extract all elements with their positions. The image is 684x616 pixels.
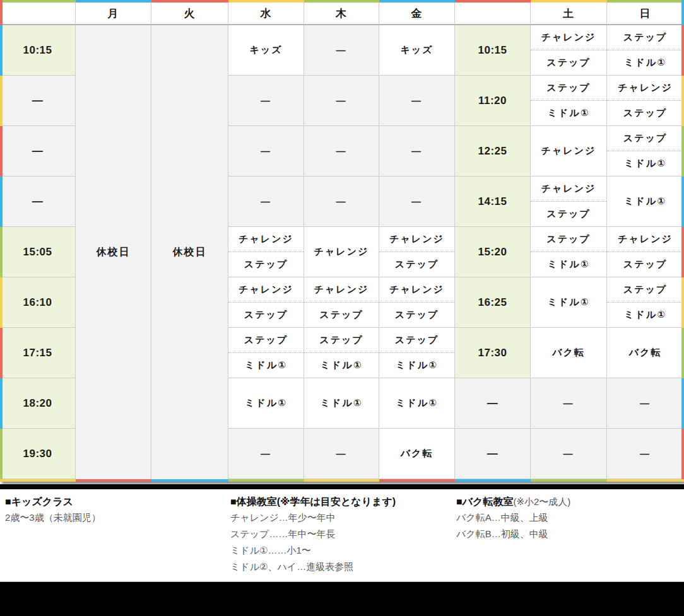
empty-slot-mark: — [379,177,454,226]
time-cell: 14:15 [455,177,531,227]
time-label: 11:20 [455,76,530,125]
day-header: 金 [379,3,455,25]
legend-line: ステップ……年中〜年長 [230,526,456,542]
table-bottom-border [531,479,607,482]
empty-slot-mark: — [531,378,606,428]
table-bottom-border [0,479,76,482]
class-label: ステップ [304,328,379,353]
legend-title-text: ■バク転教室 [456,496,513,507]
empty-slot-mark: — [304,76,379,125]
time-label: — [0,177,75,226]
table-right-border [681,328,684,378]
table-left-border [0,0,3,25]
time-cell: 10:15 [0,25,76,76]
table-right-border [681,126,684,177]
time-label: 15:05 [0,227,75,277]
time-label: 17:15 [0,328,75,378]
class-label: ミドル① [304,378,379,428]
class-cell-split: チャレンジステップ [304,277,379,328]
class-cell-split: チャレンジステップ [607,76,684,126]
table-bottom-border [455,479,531,482]
empty-slot-cell: — [304,177,379,227]
time-cell: 16:10 [0,277,76,328]
time-cell-empty: — [455,378,531,429]
class-cell: ミドル① [228,378,304,429]
table-bottom-border [228,479,304,482]
table-bottom-border [304,479,379,482]
legend-title-text: ■体操教室(※学年は目安となります) [230,496,396,507]
empty-slot-cell: — [228,126,304,177]
class-label: ステップ [607,126,683,151]
class-label: ステップ [228,328,304,353]
section-divider [0,484,684,489]
time-cell: 11:20 [455,76,531,126]
closed-day-label: 休校日 [76,25,151,479]
empty-slot-mark: — [304,25,379,75]
schedule-page: 月火水木金土日休校日休校日10:15キッズ—キッズ10:15チャレンジステップス… [0,0,684,616]
time-label: 10:15 [455,25,530,75]
day-header-label: 木 [336,6,347,21]
time-cell: 15:05 [0,227,76,277]
class-label: ミドル① [379,378,454,428]
table-left-border [0,126,3,177]
time-cell: 16:25 [455,277,531,328]
class-label: ステップ [531,76,606,101]
class-cell: チャレンジ [304,227,379,277]
time-cell: 12:25 [455,126,531,177]
empty-slot-cell: — [304,76,379,126]
empty-slot-cell: — [228,177,304,227]
table-bottom-border [76,479,151,482]
table-right-border [681,429,684,479]
class-label: ステップ [607,101,683,125]
empty-slot-cell: — [607,378,684,429]
class-label: バク転 [607,328,683,378]
empty-slot-mark: — [304,177,379,226]
class-cell-split: ステップミドル① [228,328,304,378]
class-label: ステップ [607,25,683,50]
day-header: 水 [228,3,304,25]
legend-title-text: ■キッズクラス [5,496,73,507]
class-label: チャレンジ [228,227,304,252]
class-label: ステップ [379,252,454,277]
day-header [455,3,531,25]
class-label: ステップ [304,303,379,327]
class-label: チャレンジ [531,25,606,50]
table-bottom-border [151,479,228,482]
time-label: 16:25 [455,277,530,327]
table-bottom-border [607,479,684,482]
class-label: チャレンジ [304,227,379,277]
class-label: ステップ [607,252,683,277]
table-left-border [0,177,3,227]
day-header: 月 [76,3,151,25]
class-cell-split: チャレンジステップ [607,227,684,277]
class-label: チャレンジ [379,227,454,252]
class-label: ミドル① [607,303,683,327]
class-cell: バク転 [607,328,684,378]
table-left-border [0,378,3,429]
time-cell: 19:30 [0,429,76,479]
day-header: 日 [607,3,684,25]
legend-line: チャレンジ…年少〜年中 [230,509,456,526]
class-label: チャレンジ [531,177,606,202]
time-label: 18:20 [0,378,75,428]
empty-slot-cell: — [379,177,455,227]
time-cell-empty: — [0,76,76,126]
legend-section: ■キッズクラス2歳〜3歳（未就園児） [5,494,230,575]
empty-slot-mark: — [304,126,379,176]
time-label: — [455,429,530,479]
class-label: ステップ [228,252,304,277]
empty-slot-cell: — [607,429,684,479]
legend-title: ■体操教室(※学年は目安となります) [230,494,456,509]
class-cell-split: ステップミドル① [304,328,379,378]
empty-slot-mark: — [228,177,304,226]
class-label: ステップ [531,50,606,75]
class-cell: キッズ [379,25,455,76]
legend-title: ■バク転教室(※小2〜成人) [456,494,677,509]
class-label: チャレンジ [531,126,606,176]
class-cell: バク転 [379,429,455,479]
day-header-label: 土 [563,6,574,21]
empty-slot-mark: — [304,429,379,479]
empty-slot-mark: — [228,76,304,125]
day-header [0,3,76,25]
class-label: ミドル① [531,277,606,327]
